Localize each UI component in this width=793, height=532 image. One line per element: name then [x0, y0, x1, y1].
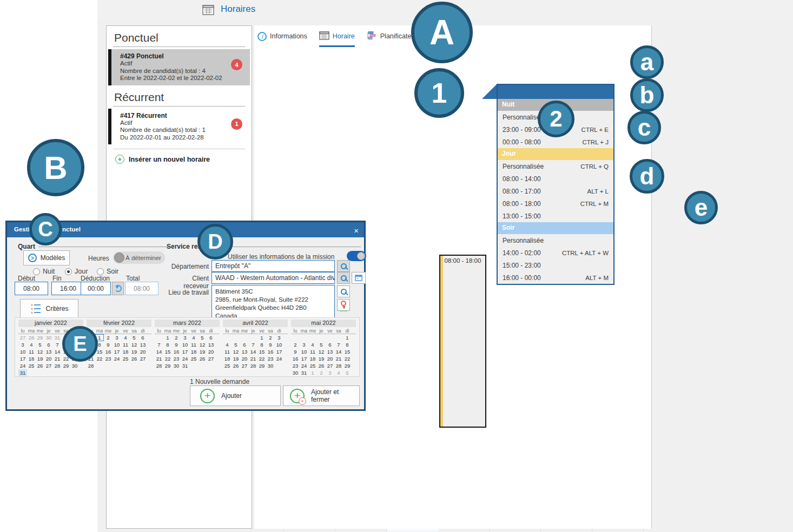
day-cell[interactable]: 4: [308, 341, 317, 348]
schedule-list-item[interactable]: #417 RécurrentActifNombre de candidat(s)…: [108, 109, 250, 145]
lieu-search-button[interactable]: [337, 285, 350, 297]
day-cell[interactable]: 4: [334, 369, 343, 376]
menu-item[interactable]: 00:00 - 08:00CTRL + J: [498, 136, 613, 148]
day-cell[interactable]: 17: [113, 348, 121, 355]
day-cell[interactable]: 19: [232, 355, 240, 362]
radio-jour[interactable]: Jour: [65, 268, 97, 275]
day-cell[interactable]: 3: [18, 341, 27, 348]
day-cell[interactable]: 2: [291, 341, 300, 348]
day-cell[interactable]: 5: [232, 341, 240, 348]
lieu-map-button[interactable]: [337, 299, 350, 311]
dialog-close-icon[interactable]: ×: [354, 226, 359, 235]
dialog-criteres-button[interactable]: Critères: [20, 299, 78, 318]
day-cell[interactable]: 18: [223, 355, 232, 362]
day-cell[interactable]: 17: [181, 348, 189, 355]
schedule-list-item[interactable]: #429 PonctuelActifNombre de candidat(s) …: [108, 49, 250, 85]
day-cell[interactable]: 24: [300, 362, 308, 369]
day-cell[interactable]: 26: [232, 362, 240, 369]
day-cell[interactable]: 6: [44, 341, 53, 348]
day-cell[interactable]: 19: [36, 355, 44, 362]
day-cell[interactable]: 18: [27, 355, 36, 362]
day-cell[interactable]: 29: [36, 334, 44, 341]
day-cell[interactable]: 31: [53, 334, 62, 341]
day-cell[interactable]: 16: [172, 348, 181, 355]
day-cell[interactable]: 10: [300, 348, 308, 355]
day-cell[interactable]: 31: [181, 362, 189, 369]
day-cell[interactable]: 15: [343, 348, 352, 355]
day-cell[interactable]: 4: [189, 334, 198, 341]
day-cell[interactable]: 27: [207, 355, 215, 362]
day-cell[interactable]: 10: [275, 341, 283, 348]
client-card-button[interactable]: [352, 272, 366, 284]
day-cell[interactable]: 18: [121, 348, 130, 355]
dialog-debut-input[interactable]: 08:00: [15, 282, 48, 295]
day-cell[interactable]: 12: [36, 348, 44, 355]
radio-soir[interactable]: Soir: [97, 268, 129, 275]
day-cell[interactable]: 11: [189, 341, 198, 348]
day-cell[interactable]: 2: [172, 334, 181, 341]
day-cell[interactable]: 14: [334, 348, 343, 355]
day-cell[interactable]: 29: [163, 362, 172, 369]
day-cell[interactable]: 16: [291, 355, 300, 362]
tab-planificateur[interactable]: Planificateur: [367, 29, 418, 46]
day-cell[interactable]: 21: [155, 355, 163, 362]
day-cell[interactable]: 2: [104, 334, 113, 341]
day-cell[interactable]: 13: [240, 348, 249, 355]
day-cell[interactable]: 24: [113, 355, 121, 362]
day-cell[interactable]: 6: [138, 334, 147, 341]
day-cell[interactable]: 11: [223, 348, 232, 355]
day-cell[interactable]: 28: [87, 362, 95, 369]
dialog-recalculate-button[interactable]: [112, 282, 124, 295]
day-cell[interactable]: 30: [70, 362, 79, 369]
day-cell[interactable]: 27: [240, 362, 249, 369]
day-cell[interactable]: 20: [207, 348, 215, 355]
day-cell[interactable]: 3: [275, 334, 283, 341]
day-cell[interactable]: 30: [291, 369, 300, 376]
day-cell[interactable]: 7: [249, 341, 257, 348]
day-cell[interactable]: 10: [181, 341, 189, 348]
day-cell[interactable]: 21: [53, 355, 62, 362]
day-cell[interactable]: 27: [18, 334, 27, 341]
day-cell[interactable]: 20: [138, 348, 147, 355]
ajouter-fermer-button[interactable]: +× Ajouter et fermer: [283, 385, 360, 406]
day-cell[interactable]: 31: [18, 369, 27, 376]
menu-item[interactable]: 13:00 - 15:00: [498, 210, 613, 222]
day-cell[interactable]: 25: [121, 355, 130, 362]
day-cell[interactable]: 22: [163, 355, 172, 362]
dialog-fin-input[interactable]: 16:00: [51, 282, 85, 295]
day-cell[interactable]: 6: [240, 341, 249, 348]
day-cell[interactable]: 31: [300, 369, 308, 376]
day-cell[interactable]: 26: [198, 355, 207, 362]
day-cell[interactable]: 26: [317, 362, 326, 369]
day-cell[interactable]: 5: [130, 334, 138, 341]
day-cell[interactable]: 21: [249, 355, 257, 362]
ajouter-button[interactable]: + Ajouter: [190, 385, 281, 406]
day-cell[interactable]: 29: [62, 362, 70, 369]
departement-search-button[interactable]: [337, 260, 350, 272]
day-cell[interactable]: 22: [343, 355, 352, 362]
menu-item[interactable]: 08:00 - 18:00CTRL + M: [498, 197, 613, 210]
day-cell[interactable]: 10: [18, 348, 27, 355]
day-cell[interactable]: 30: [266, 362, 275, 369]
day-cell[interactable]: 11: [308, 348, 317, 355]
day-cell[interactable]: 27: [326, 362, 334, 369]
day-cell[interactable]: 23: [266, 355, 275, 362]
day-cell[interactable]: 20: [326, 355, 334, 362]
day-cell[interactable]: 25: [189, 355, 198, 362]
day-cell[interactable]: 12: [130, 341, 138, 348]
day-cell[interactable]: 23: [172, 355, 181, 362]
day-cell[interactable]: 3: [113, 334, 121, 341]
day-cell[interactable]: 10: [113, 341, 121, 348]
day-cell[interactable]: 5: [198, 334, 207, 341]
day-cell[interactable]: 28: [27, 334, 36, 341]
day-cell[interactable]: 8: [343, 341, 352, 348]
menu-item[interactable]: 15:00 - 23:00: [498, 259, 613, 271]
day-cell[interactable]: 19: [317, 355, 326, 362]
dialog-deduction-input[interactable]: 00:00: [81, 282, 111, 295]
day-cell[interactable]: 8: [163, 341, 172, 348]
day-cell[interactable]: 30: [172, 362, 181, 369]
day-cell[interactable]: 1: [343, 334, 352, 341]
day-cell[interactable]: 11: [121, 341, 130, 348]
day-cell[interactable]: 3: [181, 334, 189, 341]
day-cell[interactable]: 28: [155, 362, 163, 369]
